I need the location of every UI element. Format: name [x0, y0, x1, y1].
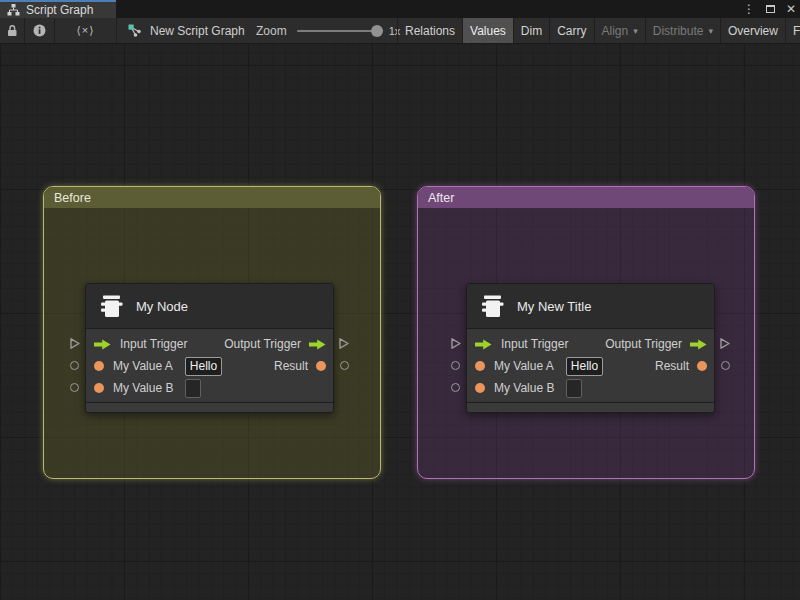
- value-b-row: My Value B: [86, 377, 333, 399]
- values-button[interactable]: Values: [462, 18, 513, 43]
- node-body: Input Trigger Output Trigger My Value A: [467, 329, 714, 402]
- value-port-icon: [94, 361, 104, 371]
- value-a-label: My Value A: [113, 359, 173, 373]
- node-body: Input Trigger Output Trigger My Value A: [86, 329, 333, 402]
- zoom-control: Zoom 1x: [256, 18, 400, 43]
- script-graph-window: Script Graph ⋮ ✕: [0, 0, 800, 600]
- external-value-b-port[interactable]: [451, 383, 460, 392]
- value-b-input[interactable]: [566, 379, 582, 398]
- tab-script-graph[interactable]: Script Graph: [0, 0, 116, 18]
- relations-label: Relations: [405, 24, 455, 38]
- value-port-icon: [697, 361, 707, 371]
- input-trigger-port[interactable]: Input Trigger: [86, 337, 187, 351]
- result-port[interactable]: Result: [274, 359, 333, 373]
- window-menu-button[interactable]: ⋮: [742, 1, 756, 17]
- flow-arrow-icon: [94, 339, 111, 350]
- unit-node-icon: [479, 294, 506, 319]
- align-dropdown-button[interactable]: Align ▾: [594, 18, 645, 43]
- toolbar: ⟨×⟩ New Script Graph Zoom 1x: [0, 18, 800, 44]
- result-port[interactable]: Result: [655, 359, 714, 373]
- graph-name-label: New Script Graph: [150, 24, 245, 38]
- distribute-label: Distribute: [653, 24, 704, 38]
- node-footer: [86, 402, 333, 412]
- zoom-slider[interactable]: [297, 25, 383, 37]
- external-flow-input-port[interactable]: [450, 337, 462, 350]
- result-label: Result: [655, 359, 689, 373]
- value-a-row: My Value A Result: [86, 355, 333, 377]
- external-flow-output-port[interactable]: [338, 337, 350, 350]
- group-after-header[interactable]: After: [418, 187, 754, 208]
- group-before-label: Before: [54, 191, 91, 205]
- value-b-input[interactable]: [185, 379, 201, 398]
- value-a-input[interactable]: [185, 357, 222, 376]
- external-flow-output-port[interactable]: [719, 337, 731, 350]
- tab-label: Script Graph: [26, 3, 93, 17]
- value-port-icon: [316, 361, 326, 371]
- output-trigger-label: Output Trigger: [605, 337, 682, 351]
- group-before-header[interactable]: Before: [44, 187, 380, 208]
- node-header[interactable]: My Node: [86, 284, 333, 329]
- unit-node-icon: [98, 294, 125, 319]
- node-my-node[interactable]: My Node Input Trigger Output Trigger: [85, 283, 334, 413]
- graph-name-button[interactable]: New Script Graph: [128, 18, 245, 43]
- distribute-dropdown-button[interactable]: Distribute ▾: [645, 18, 720, 43]
- value-b-port[interactable]: My Value B: [86, 379, 201, 398]
- value-a-row: My Value A Result: [467, 355, 714, 377]
- code-view-button[interactable]: ⟨×⟩: [55, 18, 117, 43]
- relations-button[interactable]: Relations: [397, 18, 462, 43]
- output-trigger-port[interactable]: Output Trigger: [224, 337, 333, 351]
- close-icon: ✕: [786, 1, 796, 17]
- value-b-row: My Value B: [467, 377, 714, 399]
- node-my-new-title[interactable]: My New Title Input Trigger Output Trigge…: [466, 283, 715, 413]
- carry-button[interactable]: Carry: [549, 18, 593, 43]
- fullscreen-button[interactable]: Full Scr: [785, 18, 800, 43]
- dim-button[interactable]: Dim: [513, 18, 549, 43]
- value-b-label: My Value B: [494, 381, 554, 395]
- node-header[interactable]: My New Title: [467, 284, 714, 329]
- dim-label: Dim: [521, 24, 542, 38]
- window-maximize-button[interactable]: [763, 1, 777, 17]
- kebab-menu-icon: ⋮: [743, 1, 755, 17]
- external-flow-input-port[interactable]: [69, 337, 81, 350]
- trigger-row: Input Trigger Output Trigger: [86, 333, 333, 355]
- node-title: My Node: [136, 299, 188, 314]
- value-a-label: My Value A: [494, 359, 554, 373]
- lock-icon: [6, 24, 18, 37]
- graph-canvas[interactable]: Before After My Nod: [0, 44, 800, 600]
- zoom-label: Zoom: [256, 24, 287, 38]
- node-title: My New Title: [517, 299, 591, 314]
- external-value-a-port[interactable]: [70, 361, 79, 370]
- lock-button[interactable]: [0, 18, 25, 43]
- value-a-port[interactable]: My Value A: [467, 357, 603, 376]
- titlebar: Script Graph ⋮ ✕: [0, 0, 800, 18]
- external-value-a-port[interactable]: [451, 361, 460, 370]
- input-trigger-label: Input Trigger: [120, 337, 187, 351]
- external-result-port[interactable]: [721, 361, 730, 370]
- value-b-port[interactable]: My Value B: [467, 379, 582, 398]
- value-a-port[interactable]: My Value A: [86, 357, 222, 376]
- info-icon: [33, 24, 46, 37]
- fullscreen-label: Full Scr: [793, 24, 800, 38]
- graph-hierarchy-icon: [7, 4, 20, 16]
- value-b-label: My Value B: [113, 381, 173, 395]
- output-trigger-port[interactable]: Output Trigger: [605, 337, 714, 351]
- node-footer: [467, 402, 714, 412]
- input-trigger-port[interactable]: Input Trigger: [467, 337, 568, 351]
- external-result-port[interactable]: [340, 361, 349, 370]
- code-view-icon: ⟨×⟩: [76, 24, 94, 37]
- chevron-down-icon: ▾: [708, 26, 713, 36]
- value-port-icon: [94, 383, 104, 393]
- external-value-b-port[interactable]: [70, 383, 79, 392]
- script-graph-asset-icon: [128, 24, 143, 37]
- value-a-input[interactable]: [566, 357, 603, 376]
- overview-button[interactable]: Overview: [720, 18, 785, 43]
- flow-arrow-icon: [690, 339, 707, 350]
- window-close-button[interactable]: ✕: [784, 1, 798, 17]
- flow-arrow-icon: [309, 339, 326, 350]
- align-label: Align: [602, 24, 629, 38]
- carry-label: Carry: [557, 24, 586, 38]
- info-button[interactable]: [25, 18, 55, 43]
- value-port-icon: [475, 383, 485, 393]
- zoom-slider-handle[interactable]: [371, 25, 383, 37]
- result-label: Result: [274, 359, 308, 373]
